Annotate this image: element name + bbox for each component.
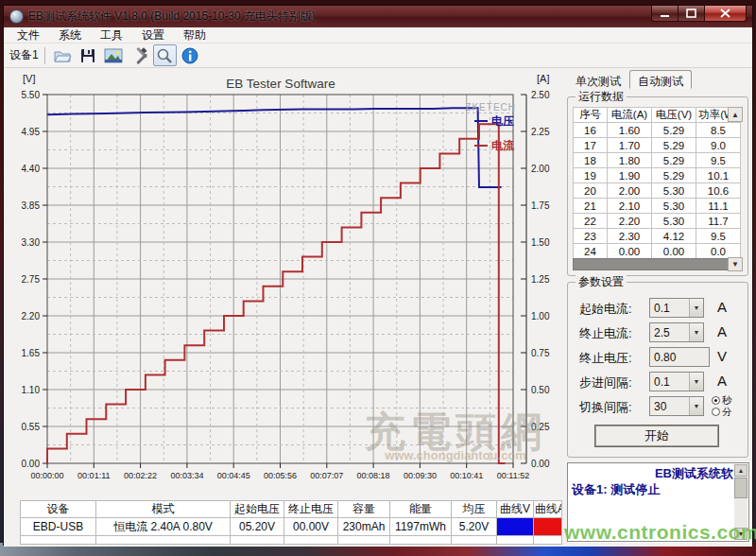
chevron-down-icon[interactable]: ▼ xyxy=(689,373,703,391)
curve-v-swatch xyxy=(497,518,534,536)
run-data-cell: 11.7 xyxy=(696,214,741,229)
brand-watermark: ZKETECH xyxy=(465,102,516,113)
summary-header: 均压 xyxy=(452,501,497,518)
svg-text:www.chongdiantou.com: www.chongdiantou.com xyxy=(384,448,526,462)
param-end-voltage: 终止电压: 0.80 V xyxy=(568,347,747,368)
param-unit: A xyxy=(717,299,727,315)
run-data-cell: 2.30 xyxy=(608,229,652,244)
run-data-cell: 5.29 xyxy=(652,153,696,168)
run-data-cell: 1.80 xyxy=(608,153,652,168)
tab-auto-test[interactable]: 自动测试 xyxy=(629,70,692,89)
svg-text:00:07:07: 00:07:07 xyxy=(310,471,343,480)
run-data-row[interactable]: 240.000.000.0 xyxy=(574,244,741,259)
run-data-cell: 5.30 xyxy=(652,214,696,229)
log-scroll-up[interactable]: ▲ xyxy=(734,464,747,477)
run-data-cell: 1.60 xyxy=(608,123,652,138)
param-end-current: 终止电流: 2.5 ▼ A xyxy=(568,322,747,343)
zoom-button[interactable] xyxy=(153,44,177,66)
title-bar: EB测试系统软件 V1.8.0 (Build 2015-10-30 充电头特别版… xyxy=(4,6,752,27)
maximize-icon xyxy=(686,9,696,18)
open-file-button[interactable] xyxy=(51,44,75,66)
run-data-cell: 2.00 xyxy=(608,183,652,199)
svg-text:1.00: 1.00 xyxy=(531,311,550,321)
info-button[interactable] xyxy=(179,44,202,66)
start-current-combo[interactable]: 0.1 ▼ xyxy=(649,298,704,318)
export-image-button[interactable] xyxy=(102,44,126,66)
menu-settings[interactable]: 设置 xyxy=(132,27,174,43)
run-data-row[interactable]: 161.605.298.5 xyxy=(574,123,741,138)
chart-title: EB Tester Software xyxy=(226,77,335,91)
run-data-row[interactable]: 171.705.299.0 xyxy=(574,138,741,153)
summary-empty-row xyxy=(21,536,562,545)
svg-text:00:10:41: 00:10:41 xyxy=(450,471,483,480)
avg-voltage-cell: 5.20V xyxy=(452,518,497,536)
switch-interval-combo[interactable]: 30 ▼ xyxy=(649,396,704,416)
radio-seconds[interactable]: 秒 xyxy=(712,394,732,406)
run-data-cell: 16 xyxy=(574,123,608,138)
radio-minutes[interactable]: 分 xyxy=(712,406,732,417)
save-button[interactable] xyxy=(77,44,100,66)
run-data-cell: 23 xyxy=(574,229,608,244)
run-data-scroll-down[interactable]: ▼ xyxy=(728,257,743,271)
menu-file[interactable]: 文件 xyxy=(8,27,49,43)
chevron-down-icon[interactable]: ▼ xyxy=(689,323,703,341)
chevron-down-icon[interactable]: ▼ xyxy=(689,299,703,317)
chart-svg: EB Tester Software [V] [A] 5.504.954.403… xyxy=(9,69,565,496)
chevron-down-icon[interactable]: ▼ xyxy=(689,397,703,415)
menu-help[interactable]: 帮助 xyxy=(174,27,215,43)
param-unit: A xyxy=(717,373,727,389)
end-current-combo[interactable]: 2.5 ▼ xyxy=(649,322,704,342)
left-axis-unit: [V] xyxy=(23,73,35,84)
tab-single-test[interactable]: 单次测试 xyxy=(567,70,629,89)
step-interval-combo[interactable]: 0.1 ▼ xyxy=(649,372,704,391)
run-data-cell: 5.29 xyxy=(652,138,696,153)
site-watermark: www.cntronics.com xyxy=(564,521,756,544)
run-data-scroll-up[interactable]: ▲ xyxy=(728,107,743,122)
tools-button[interactable] xyxy=(128,44,151,66)
svg-text:00:11:52: 00:11:52 xyxy=(497,471,529,480)
run-data-scrollbar-track[interactable] xyxy=(573,258,740,270)
run-data-cell: 9.5 xyxy=(696,153,741,168)
summary-table: 设备 模式 起始电压 终止电压 容量 能量 均压 曲线V 曲线A EBD-USB… xyxy=(20,500,562,545)
end-voltage-input[interactable]: 0.80 xyxy=(649,347,710,367)
svg-text:5.50: 5.50 xyxy=(22,90,41,100)
radio-dot xyxy=(712,396,720,405)
svg-text:4.40: 4.40 xyxy=(22,164,41,174)
run-data-table: 序号电流(A)电压(V)功率(W)161.605.298.5171.705.29… xyxy=(573,107,741,259)
run-data-cell: 22 xyxy=(574,214,608,229)
menu-tools[interactable]: 工具 xyxy=(91,27,132,43)
interval-unit-radios: 秒 分 xyxy=(712,394,732,417)
run-data-cell: 9.0 xyxy=(696,138,741,153)
save-floppy-icon xyxy=(79,47,96,64)
run-data-row[interactable]: 222.205.3011.7 xyxy=(574,214,741,229)
run-data-header-row: 序号电流(A)电压(V)功率(W) xyxy=(574,108,741,123)
run-data-header-cell: 电压(V) xyxy=(652,108,696,123)
minimize-button[interactable] xyxy=(651,6,679,22)
svg-text:2.75: 2.75 xyxy=(22,274,41,285)
menu-bar: 文件 系统 工具 设置 帮助 xyxy=(4,27,752,43)
menu-system[interactable]: 系统 xyxy=(49,27,91,43)
run-data-row[interactable]: 191.905.2910.1 xyxy=(574,168,741,183)
summary-header: 能量 xyxy=(390,501,452,518)
run-data-row[interactable]: 181.805.299.5 xyxy=(574,153,741,168)
run-data-cell: 5.29 xyxy=(652,123,696,138)
run-data-cell: 21 xyxy=(574,199,608,214)
start-button[interactable]: 开始 xyxy=(594,425,719,447)
run-data-row[interactable]: 232.304.129.5 xyxy=(574,229,741,244)
summary-header: 设备 xyxy=(21,501,96,518)
svg-text:00:01:11: 00:01:11 xyxy=(77,471,110,480)
svg-text:00:04:45: 00:04:45 xyxy=(217,471,250,480)
maximize-button[interactable] xyxy=(679,6,704,22)
svg-text:2.25: 2.25 xyxy=(531,127,550,137)
client-area: EB Tester Software [V] [A] 5.504.954.403… xyxy=(4,68,752,547)
run-data-cell: 10.1 xyxy=(696,168,741,183)
log-scroll-thumb[interactable] xyxy=(734,478,747,498)
svg-text:1.50: 1.50 xyxy=(531,237,550,248)
run-data-row[interactable]: 202.005.3010.6 xyxy=(574,183,741,199)
caption-buttons xyxy=(651,6,747,22)
summary-header: 模式 xyxy=(96,501,231,518)
run-data-row[interactable]: 212.105.3011.1 xyxy=(574,199,741,214)
app-icon xyxy=(9,9,24,24)
info-icon xyxy=(181,47,198,64)
close-button[interactable] xyxy=(704,6,747,22)
